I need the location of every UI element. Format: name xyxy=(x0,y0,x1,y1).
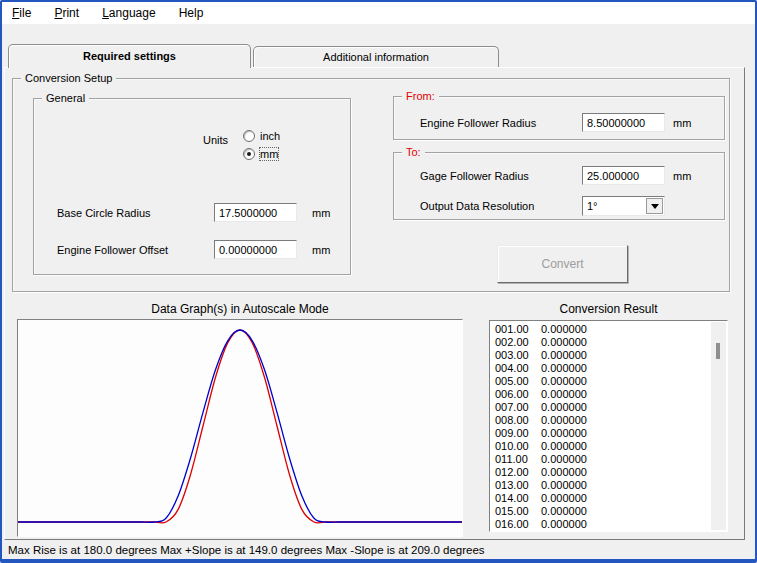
engine-follower-offset-unit: mm xyxy=(312,244,330,257)
gage-follower-radius-input[interactable] xyxy=(582,166,665,185)
group-from-label: From: xyxy=(402,90,439,103)
result-row[interactable]: 015.000.000000 xyxy=(495,505,727,518)
convert-button[interactable]: Convert xyxy=(497,245,628,283)
conversion-result-list[interactable]: 001.000.000000002.000.000000003.000.0000… xyxy=(489,320,728,532)
result-value: 0.000000 xyxy=(541,440,587,452)
radio-label-inch[interactable]: inch xyxy=(260,130,280,142)
menu-language[interactable]: Language xyxy=(92,1,165,24)
result-angle: 005.00 xyxy=(495,375,541,388)
gage-lift-curve xyxy=(18,330,462,522)
combo-dropdown-button[interactable] xyxy=(646,198,663,214)
result-value: 0.000000 xyxy=(541,518,587,530)
menu-help[interactable]: Help xyxy=(169,1,214,24)
output-data-resolution-value: 1° xyxy=(583,200,646,212)
status-text: Max Rise is at 180.0 degrees Max +Slope … xyxy=(8,544,751,556)
result-angle: 011.00 xyxy=(495,453,541,466)
result-value: 0.000000 xyxy=(541,414,587,426)
result-angle: 009.00 xyxy=(495,427,541,440)
result-angle: 014.00 xyxy=(495,492,541,505)
engine-follower-radius-label: Engine Follower Radius xyxy=(420,117,536,130)
result-list-scrollbar[interactable] xyxy=(711,322,726,530)
result-row[interactable]: 011.000.000000 xyxy=(495,453,727,466)
engine-follower-radius-input[interactable] xyxy=(582,113,665,132)
result-value: 0.000000 xyxy=(541,466,587,478)
menu-bar: File Print Language Help xyxy=(2,1,755,25)
result-value: 0.000000 xyxy=(541,336,587,348)
result-row[interactable]: 006.000.000000 xyxy=(495,388,727,401)
scrollbar-thumb[interactable] xyxy=(716,343,720,359)
base-circle-radius-unit: mm xyxy=(312,207,330,220)
group-to-label: To: xyxy=(402,146,425,159)
graph-title: Data Graph(s) in Autoscale Mode xyxy=(17,302,463,316)
group-general-label: General xyxy=(42,92,89,105)
engine-follower-offset-label: Engine Follower Offset xyxy=(57,244,168,257)
tab-additional-information[interactable]: Additional information xyxy=(253,46,499,67)
result-row[interactable]: 005.000.000000 xyxy=(495,375,727,388)
result-value: 0.000000 xyxy=(541,388,587,400)
gage-follower-radius-unit: mm xyxy=(673,170,691,183)
result-row[interactable]: 016.000.000000 xyxy=(495,518,727,531)
result-row[interactable]: 003.000.000000 xyxy=(495,349,727,362)
result-value: 0.000000 xyxy=(541,362,587,374)
engine-lift-curve xyxy=(18,330,462,523)
result-row[interactable]: 010.000.000000 xyxy=(495,440,727,453)
result-angle: 004.00 xyxy=(495,362,541,375)
radio-label-mm[interactable]: mm xyxy=(260,148,278,160)
group-conversion-setup-label: Conversion Setup xyxy=(21,72,116,85)
result-angle: 010.00 xyxy=(495,440,541,453)
result-angle: 015.00 xyxy=(495,505,541,518)
engine-follower-offset-input[interactable] xyxy=(214,240,297,259)
result-angle: 006.00 xyxy=(495,388,541,401)
app-window: File Print Language Help Required settin… xyxy=(0,0,757,563)
base-circle-radius-label: Base Circle Radius xyxy=(57,207,151,220)
units-label: Units xyxy=(203,134,228,147)
chevron-down-icon xyxy=(651,204,659,213)
output-data-resolution-select[interactable]: 1° xyxy=(582,196,665,216)
gage-follower-radius-label: Gage Follower Radius xyxy=(420,170,529,183)
result-angle: 003.00 xyxy=(495,349,541,362)
result-value: 0.000000 xyxy=(541,375,587,387)
result-value: 0.000000 xyxy=(541,401,587,413)
radio-circle-inch[interactable] xyxy=(243,130,255,142)
result-row[interactable]: 012.000.000000 xyxy=(495,466,727,479)
radio-circle-mm[interactable] xyxy=(243,148,255,160)
result-rows: 001.000.000000002.000.000000003.000.0000… xyxy=(490,321,727,531)
result-row[interactable]: 013.000.000000 xyxy=(495,479,727,492)
result-angle: 008.00 xyxy=(495,414,541,427)
result-angle: 016.00 xyxy=(495,518,541,531)
result-angle: 002.00 xyxy=(495,336,541,349)
result-value: 0.000000 xyxy=(541,323,587,335)
result-value: 0.000000 xyxy=(541,505,587,517)
result-row[interactable]: 007.000.000000 xyxy=(495,401,727,414)
data-graph-panel xyxy=(17,319,463,537)
result-value: 0.000000 xyxy=(541,479,587,491)
result-row[interactable]: 009.000.000000 xyxy=(495,427,727,440)
result-angle: 012.00 xyxy=(495,466,541,479)
radio-units-mm[interactable]: mm xyxy=(243,148,278,160)
result-row[interactable]: 014.000.000000 xyxy=(495,492,727,505)
result-value: 0.000000 xyxy=(541,453,587,465)
tab-required-settings[interactable]: Required settings xyxy=(8,44,251,68)
result-angle: 001.00 xyxy=(495,323,541,336)
output-data-resolution-label: Output Data Resolution xyxy=(420,200,534,213)
result-row[interactable]: 001.000.000000 xyxy=(495,323,727,336)
result-row[interactable]: 008.000.000000 xyxy=(495,414,727,427)
menu-file[interactable]: File xyxy=(2,1,41,24)
result-row[interactable]: 004.000.000000 xyxy=(495,362,727,375)
engine-follower-radius-unit: mm xyxy=(673,117,691,130)
result-value: 0.000000 xyxy=(541,349,587,361)
result-value: 0.000000 xyxy=(541,492,587,504)
result-angle: 013.00 xyxy=(495,479,541,492)
radio-units-inch[interactable]: inch xyxy=(243,130,280,142)
lift-curve-chart xyxy=(18,320,462,536)
result-value: 0.000000 xyxy=(541,427,587,439)
conversion-result-title: Conversion Result xyxy=(489,302,728,316)
result-angle: 007.00 xyxy=(495,401,541,414)
menu-print[interactable]: Print xyxy=(44,1,89,24)
result-row[interactable]: 002.000.000000 xyxy=(495,336,727,349)
base-circle-radius-input[interactable] xyxy=(214,203,297,222)
